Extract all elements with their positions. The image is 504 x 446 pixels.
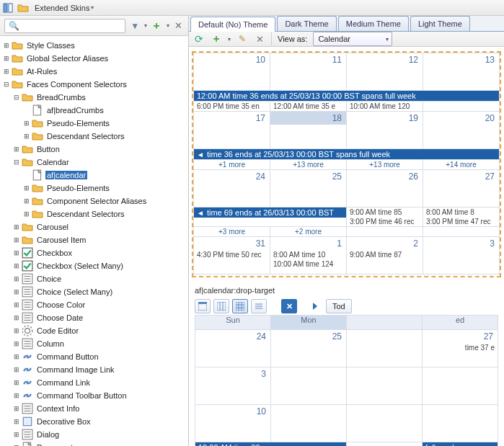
day-number[interactable]: 19 xyxy=(347,112,423,125)
theme-tab[interactable]: Medium Theme xyxy=(338,16,409,31)
day-view-button[interactable] xyxy=(195,299,211,313)
tree-node[interactable]: af|breadCrumbs xyxy=(0,104,188,117)
tree-node[interactable]: ⊞Context Info xyxy=(0,402,188,415)
expand-icon[interactable]: ⊞ xyxy=(1,55,12,62)
expand-icon[interactable]: ⊞ xyxy=(12,327,22,334)
expand-icon[interactable]: ⊞ xyxy=(12,249,22,257)
calendar-event[interactable]: 12:00 AM time 36 ends at 25/03/13 00:00 … xyxy=(194,91,499,101)
tree-node[interactable]: ⊞Choose Date xyxy=(0,311,188,324)
collapse-icon[interactable]: ⊟ xyxy=(1,81,12,88)
expand-icon[interactable]: ⊞ xyxy=(12,146,22,153)
tree-node[interactable]: ⊟Calendar xyxy=(0,156,188,169)
day-number[interactable]: 27 xyxy=(423,170,499,183)
expand-icon[interactable]: ⊞ xyxy=(12,236,22,244)
calendar-event[interactable]: 12:00 AM time 36 en xyxy=(195,442,346,446)
tree-node[interactable]: ⊞Choice xyxy=(0,272,188,285)
theme-tab[interactable]: Default (No) Theme xyxy=(190,17,275,32)
expand-icon[interactable]: ⊞ xyxy=(1,42,12,49)
day-number[interactable]: 18 xyxy=(270,112,346,125)
selector-tree[interactable]: ⊞Style Classes⊞Global Selector Aliases⊞A… xyxy=(0,36,188,446)
search-field[interactable] xyxy=(19,21,122,31)
calendar-event[interactable]: ◄time 69 ends at 26/03/13 00:00 BST xyxy=(194,208,346,218)
calendar-event[interactable]: ◄time 36 ends at 25/03/13 00:00 BST span… xyxy=(194,149,499,159)
expand-icon[interactable]: ⊞ xyxy=(12,340,22,347)
collapse-icon[interactable]: ⊟ xyxy=(12,94,22,101)
expand-icon[interactable]: ⊞ xyxy=(12,405,22,412)
tree-node[interactable]: ⊞Command Link xyxy=(0,376,188,389)
day-number[interactable]: 25 xyxy=(271,330,346,343)
week-view-button[interactable] xyxy=(213,299,229,313)
tree-node[interactable]: ⊞Checkbox (Select Many) xyxy=(0,259,188,272)
tree-node[interactable]: ⊞Button xyxy=(0,143,188,156)
day-number[interactable]: 24 xyxy=(194,170,270,183)
refresh-icon[interactable]: ⟳ xyxy=(193,33,205,45)
tree-node[interactable]: ⊞Carousel Item xyxy=(0,233,188,246)
today-button[interactable]: Tod xyxy=(326,299,352,313)
expand-icon[interactable]: ⊞ xyxy=(12,301,22,308)
more-link[interactable]: +1 more xyxy=(194,160,270,169)
panel-toggle-icon[interactable] xyxy=(3,2,14,14)
tree-node[interactable]: ⊞Document xyxy=(0,441,188,446)
tree-node[interactable]: ⊞Descendant Selectors xyxy=(0,208,188,220)
expand-icon[interactable]: ⊞ xyxy=(22,184,32,192)
delete-icon[interactable]: ✕ xyxy=(174,20,184,32)
day-number[interactable]: 31 xyxy=(194,237,270,250)
day-number[interactable]: 10 xyxy=(195,405,270,418)
tree-node[interactable]: ⊞Component Selector Aliases xyxy=(0,195,188,208)
tree-node[interactable]: ⊞At-Rules xyxy=(0,65,188,78)
day-number[interactable]: 1 xyxy=(270,237,346,250)
expand-icon[interactable]: ⊞ xyxy=(22,120,32,127)
more-link[interactable]: +14 more xyxy=(423,160,499,169)
day-number[interactable]: 24 xyxy=(195,330,270,343)
day-number[interactable]: 10 xyxy=(194,53,270,66)
remove-icon[interactable]: ✕ xyxy=(254,33,265,45)
tree-node[interactable]: af|calendar xyxy=(0,169,188,182)
more-link[interactable]: +3 more xyxy=(194,227,270,236)
day-number[interactable]: 25 xyxy=(270,170,346,183)
tree-node[interactable]: ⊞Code Editor xyxy=(0,324,188,337)
search-input[interactable]: 🔍 xyxy=(4,19,125,33)
tree-node[interactable]: ⊞Command Toolbar Button xyxy=(0,389,188,402)
view-as-select[interactable]: Calendar xyxy=(313,32,392,46)
expand-icon[interactable]: ⊞ xyxy=(12,418,22,425)
tree-node[interactable]: ⊞Decorative Box xyxy=(0,415,188,428)
tree-node[interactable]: ⊞Choice (Select Many) xyxy=(0,285,188,298)
more-link[interactable]: +13 more xyxy=(347,160,423,169)
tree-node[interactable]: ⊞Checkbox xyxy=(0,246,188,259)
tree-node[interactable]: ⊟Faces Component Selectors xyxy=(0,78,188,91)
tree-node[interactable]: ⊞Carousel xyxy=(0,220,188,233)
theme-tab[interactable]: Dark Theme xyxy=(277,16,336,31)
tree-node[interactable]: ⊞Command Image Link xyxy=(0,363,188,376)
delete-calendar-button[interactable]: ✕ xyxy=(281,299,297,313)
expand-icon[interactable]: ⊞ xyxy=(22,197,32,205)
filter-icon[interactable]: ▼ xyxy=(130,20,140,32)
expand-icon[interactable]: ⊞ xyxy=(12,262,22,269)
expand-icon[interactable]: ⊞ xyxy=(1,68,12,75)
expand-icon[interactable]: ⊞ xyxy=(12,366,22,373)
tree-node[interactable]: ⊞Command Button xyxy=(0,350,188,363)
day-number[interactable]: 26 xyxy=(347,170,423,183)
day-number[interactable]: 3 xyxy=(423,237,499,250)
skin-dropdown[interactable]: Extended Skins xyxy=(32,4,97,12)
expand-icon[interactable]: ⊞ xyxy=(12,288,22,295)
next-button[interactable] xyxy=(307,299,323,313)
expand-icon[interactable]: ⊞ xyxy=(12,431,22,438)
expand-icon[interactable]: ⊞ xyxy=(12,314,22,321)
expand-icon[interactable]: ⊞ xyxy=(12,223,22,231)
expand-icon[interactable]: ⊞ xyxy=(22,210,32,218)
day-number[interactable]: 2 xyxy=(347,237,423,250)
expand-icon[interactable]: ⊞ xyxy=(12,379,22,386)
month-view-button[interactable] xyxy=(232,299,248,313)
day-number[interactable]: 20 xyxy=(423,112,499,125)
theme-tab[interactable]: Light Theme xyxy=(410,16,470,31)
list-view-button[interactable] xyxy=(251,299,267,313)
more-link[interactable]: +2 more xyxy=(270,227,346,236)
add-icon[interactable]: ＋ xyxy=(151,20,162,32)
expand-icon[interactable]: ⊞ xyxy=(22,133,32,140)
tree-node[interactable]: ⊞Style Classes xyxy=(0,39,188,52)
day-number[interactable]: 11 xyxy=(270,53,346,66)
day-number[interactable]: 27 xyxy=(423,330,498,343)
tree-node[interactable]: ⊞Column xyxy=(0,337,188,350)
tree-node[interactable]: ⊟BreadCrumbs xyxy=(0,91,188,104)
edit-icon[interactable]: ✎ xyxy=(236,33,248,45)
